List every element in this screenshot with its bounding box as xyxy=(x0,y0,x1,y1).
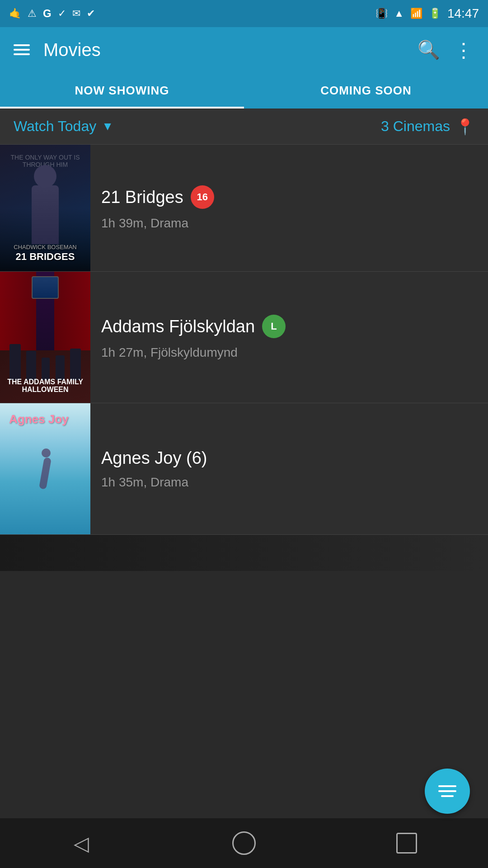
recents-icon xyxy=(396,833,417,854)
movie-meta-21bridges: 1h 39m, Drama xyxy=(101,216,477,231)
movie-item-agnes-joy[interactable]: Agnes Joy Agnes Joy (6) 1h 35m, Drama xyxy=(0,403,488,535)
movie-meta-agnes: 1h 35m, Drama xyxy=(101,475,477,490)
google-icon: G xyxy=(43,7,52,20)
hamburger-icon xyxy=(14,44,30,55)
movie-title-row-agnes: Agnes Joy (6) xyxy=(101,448,477,468)
movie-title-21bridges: 21 Bridges xyxy=(101,188,183,207)
poster-title-21bridges: CHADWICK BOSEMAN xyxy=(14,244,76,250)
movie-title-row: 21 Bridges 16 xyxy=(101,185,477,209)
battery-icon: 🔋 xyxy=(429,8,441,19)
filter-bar: Watch Today ▼ 3 Cinemas 📍 xyxy=(0,108,488,145)
home-button[interactable] xyxy=(226,825,262,861)
movie-item-partial xyxy=(0,535,488,571)
movie-item-addams[interactable]: THE ADDAMS FAMILY HALLOWEEN Addams Fjöls… xyxy=(0,272,488,403)
home-icon xyxy=(232,831,256,855)
movie-info-21-bridges: 21 Bridges 16 1h 39m, Drama xyxy=(90,145,488,271)
tab-bar: NOW SHOWING COMING SOON xyxy=(0,72,488,108)
filter-line-2 xyxy=(438,790,456,792)
recents-button[interactable] xyxy=(389,825,425,861)
cinemas-filter[interactable]: 3 Cinemas 📍 xyxy=(381,118,474,136)
wifi-icon: ▲ xyxy=(394,8,404,19)
clock: 14:47 xyxy=(447,6,479,21)
search-button[interactable]: 🔍 xyxy=(418,39,440,61)
vibrate-icon: 📳 xyxy=(375,8,388,19)
signal-icon: 📶 xyxy=(410,8,422,19)
tab-now-showing[interactable]: NOW SHOWING xyxy=(0,72,244,108)
filter-fab[interactable] xyxy=(425,769,470,814)
filter-line-1 xyxy=(438,785,456,787)
location-icon: 📍 xyxy=(455,118,474,136)
more-options-button[interactable]: ⋮ xyxy=(454,38,474,61)
movie-title-addams: Addams Fjölskyldan xyxy=(101,317,255,336)
watch-today-filter[interactable]: Watch Today ▼ xyxy=(14,118,113,135)
rating-badge-addams: L xyxy=(262,315,286,338)
movie-poster-agnes-joy: Agnes Joy xyxy=(0,403,90,534)
rating-badge-21bridges: 16 xyxy=(191,185,214,209)
back-icon: ◁ xyxy=(74,832,89,855)
tab-coming-soon[interactable]: COMING SOON xyxy=(244,72,488,108)
filter-line-3 xyxy=(441,795,454,797)
wave-icon: 🤙 xyxy=(9,8,21,19)
watch-today-label: Watch Today xyxy=(14,118,96,135)
back-button[interactable]: ◁ xyxy=(63,825,99,861)
menu-button[interactable] xyxy=(14,42,30,58)
status-bar: 🤙 ⚠ G ✓ ✉ ✔ 📳 ▲ 📶 🔋 14:47 xyxy=(0,0,488,27)
movie-poster-addams: THE ADDAMS FAMILY HALLOWEEN xyxy=(0,272,90,403)
nav-bar: ◁ xyxy=(0,818,488,868)
movie-item-21-bridges[interactable]: THE ONLY WAY OUT IS THROUGH HIM CHADWICK… xyxy=(0,145,488,272)
movie-meta-addams: 1h 27m, Fjölskyldumynd xyxy=(101,345,477,360)
poster-main-title-21bridges: 21 BRIDGES xyxy=(14,251,76,262)
movie-info-addams: Addams Fjölskyldan L 1h 27m, Fjölskyldum… xyxy=(90,272,488,403)
app-title: Movies xyxy=(43,40,404,60)
poster-title-agnes: Agnes Joy xyxy=(9,412,69,426)
status-right: 📳 ▲ 📶 🔋 14:47 xyxy=(375,6,479,21)
warning-icon: ⚠ xyxy=(28,8,37,19)
movie-poster-21-bridges: THE ONLY WAY OUT IS THROUGH HIM CHADWICK… xyxy=(0,145,90,271)
app-bar: Movies 🔍 ⋮ xyxy=(0,27,488,72)
movie-title-row-addams: Addams Fjölskyldan L xyxy=(101,315,477,338)
dropdown-arrow-icon: ▼ xyxy=(102,119,113,133)
movie-title-agnes: Agnes Joy (6) xyxy=(101,448,207,468)
double-check-icon: ✔ xyxy=(87,8,95,19)
movie-list: THE ONLY WAY OUT IS THROUGH HIM CHADWICK… xyxy=(0,145,488,571)
movie-info-agnes-joy: Agnes Joy (6) 1h 35m, Drama xyxy=(90,403,488,534)
cinemas-label: 3 Cinemas xyxy=(381,118,450,135)
status-icons: 🤙 ⚠ G ✓ ✉ ✔ xyxy=(9,7,95,20)
gmail-icon: ✉ xyxy=(72,8,80,19)
check-icon: ✓ xyxy=(58,8,66,19)
filter-icon xyxy=(438,785,456,797)
poster-title-addams: THE ADDAMS FAMILY HALLOWEEN xyxy=(0,378,90,394)
